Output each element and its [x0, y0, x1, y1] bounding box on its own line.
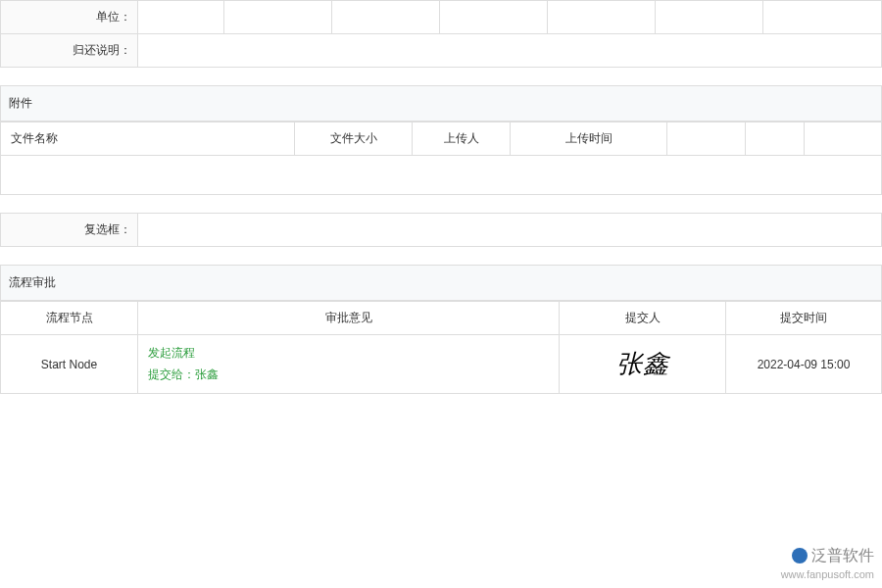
submitter-signature: 张鑫: [616, 350, 669, 378]
return-desc-row: 归还说明：: [1, 34, 882, 68]
checkbox-table: 复选框：: [0, 213, 882, 247]
attachments-header-filesize: 文件大小: [295, 122, 413, 156]
unit-row: 单位：: [1, 1, 882, 34]
approval-header-node: 流程节点: [1, 302, 138, 335]
watermark-brand: 泛普软件: [781, 545, 874, 566]
unit-cell-3[interactable]: [332, 1, 440, 34]
approval-header-row: 流程节点 审批意见 提交人 提交时间: [1, 302, 882, 335]
approval-header-time: 提交时间: [726, 302, 882, 335]
approval-action: 发起流程: [148, 346, 195, 360]
unit-label: 单位：: [1, 1, 138, 34]
unit-cell-1[interactable]: [138, 1, 224, 34]
approval-header-submitter: 提交人: [560, 302, 726, 335]
logo-icon: [792, 548, 808, 564]
watermark: 泛普软件 www.fanpusoft.com: [781, 545, 874, 582]
approval-title: 流程审批: [0, 265, 882, 301]
attachments-header-row: 文件名称 文件大小 上传人 上传时间: [1, 122, 882, 156]
attachments-title: 附件: [0, 85, 882, 122]
checkbox-row: 复选框：: [1, 214, 882, 247]
attachments-header-blank3: [805, 122, 882, 156]
attachments-header-blank1: [667, 122, 746, 156]
gap-1: [0, 68, 882, 85]
top-form-table: 单位： 归还说明：: [0, 0, 882, 68]
gap-3: [0, 247, 882, 265]
attachments-table: 文件名称 文件大小 上传人 上传时间: [0, 122, 882, 156]
approval-submitter-cell: 张鑫: [560, 335, 726, 394]
checkbox-label: 复选框：: [1, 214, 138, 247]
approval-time-cell: 2022-04-09 15:00: [726, 335, 882, 394]
return-desc-cell[interactable]: [138, 34, 882, 68]
watermark-brand-text: 泛普软件: [811, 545, 874, 566]
unit-cell-6[interactable]: [656, 1, 763, 34]
approval-data-row: Start Node 发起流程 提交给：张鑫 张鑫 2022-04-09 15:…: [1, 335, 882, 394]
approval-table: 流程节点 审批意见 提交人 提交时间 Start Node 发起流程 提交给：张…: [0, 301, 882, 394]
gap-2: [0, 195, 882, 213]
unit-cell-4[interactable]: [440, 1, 548, 34]
unit-cell-5[interactable]: [548, 1, 656, 34]
approval-comment-cell: 发起流程 提交给：张鑫: [138, 335, 560, 394]
attachments-empty-body: [0, 156, 882, 195]
attachments-header-uploadtime: 上传时间: [511, 122, 667, 156]
approval-submit-to-prefix: 提交给：: [148, 368, 195, 381]
approval-submit-to-name: 张鑫: [195, 368, 219, 381]
return-desc-label: 归还说明：: [1, 34, 138, 68]
unit-cell-2[interactable]: [224, 1, 332, 34]
watermark-url: www.fanpusoft.com: [781, 567, 874, 582]
attachments-header-uploader: 上传人: [413, 122, 511, 156]
attachments-header-filename: 文件名称: [1, 122, 295, 156]
unit-cell-7[interactable]: [763, 1, 882, 34]
approval-node-cell: Start Node: [1, 335, 138, 394]
attachments-header-blank2: [746, 122, 805, 156]
checkbox-cell[interactable]: [138, 214, 882, 247]
approval-header-comment: 审批意见: [138, 302, 560, 335]
